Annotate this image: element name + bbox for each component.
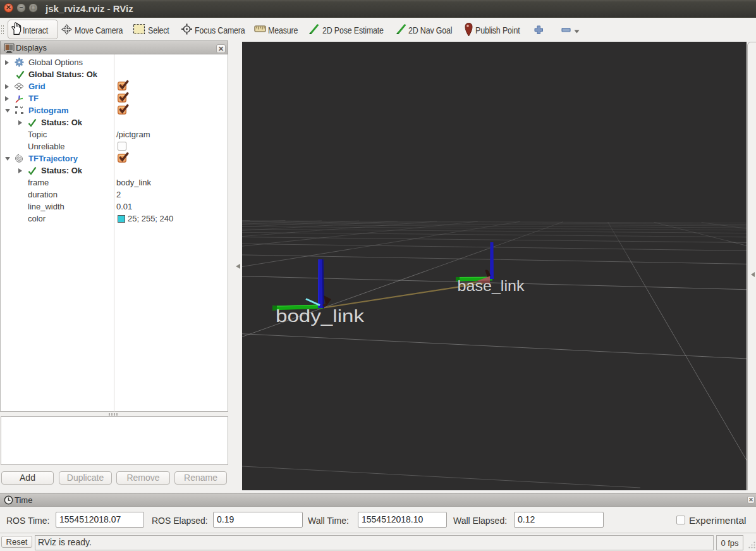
svg-text:base_link: base_link: [458, 277, 525, 294]
svg-text:body_link: body_link: [276, 306, 365, 326]
